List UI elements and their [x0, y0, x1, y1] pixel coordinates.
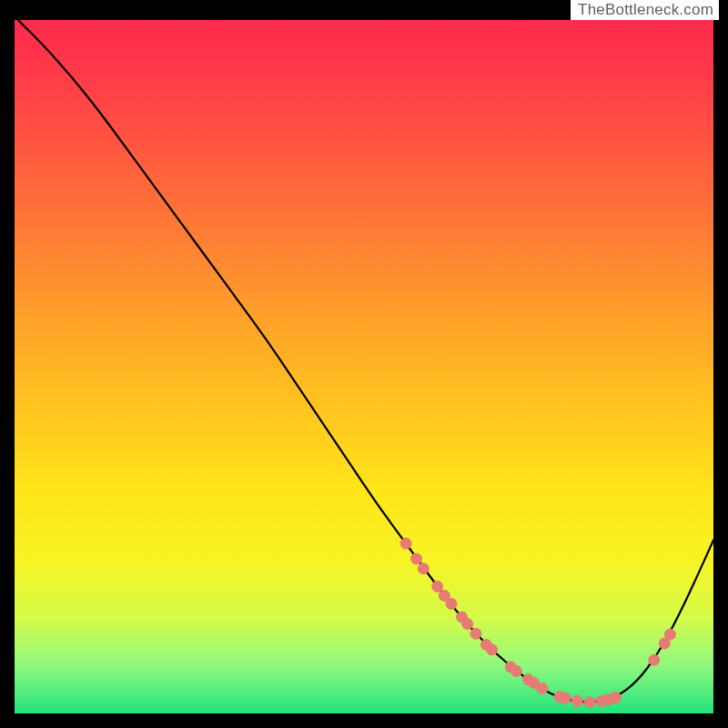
curve-marker: [470, 628, 481, 639]
curve-marker: [411, 553, 422, 564]
curve-marker: [432, 581, 443, 592]
curve-marker: [649, 654, 660, 665]
curve-marker: [462, 619, 473, 630]
bottleneck-curve-svg: [15, 20, 713, 713]
curve-marker: [610, 692, 621, 703]
curve-marker: [560, 693, 571, 703]
curve-marker: [400, 538, 411, 549]
curve-marker: [537, 683, 548, 694]
curve-marker: [487, 644, 498, 655]
watermark-label: TheBottleneck.com: [571, 0, 719, 20]
bottleneck-curve-path: [18, 20, 713, 702]
curve-marker: [584, 697, 595, 708]
curve-marker: [446, 599, 457, 610]
curve-marker: [664, 629, 675, 640]
plot-area: [15, 20, 713, 713]
curve-marker: [418, 563, 429, 574]
chart-frame: TheBottleneck.com: [0, 0, 728, 728]
curve-marker: [571, 695, 582, 706]
curve-marker: [511, 666, 521, 677]
